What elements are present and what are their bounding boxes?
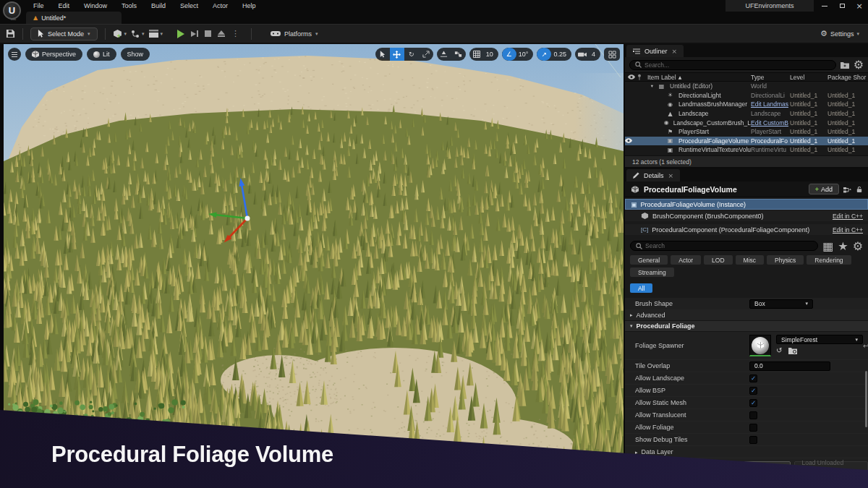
menu-build[interactable]: Build — [144, 2, 173, 9]
filter-chip-actor[interactable]: Actor — [671, 255, 701, 265]
outliner-row-landmassbrushmanager[interactable]: ◉LandmassBrushManagerEdit LandmasUntitle… — [625, 100, 868, 109]
outliner-settings-gear-icon[interactable]: ⚙ — [854, 58, 864, 72]
details-scrollbar[interactable] — [865, 371, 867, 427]
column-item-label[interactable]: Item Label▲ — [647, 74, 751, 81]
eject-button[interactable] — [218, 30, 225, 37]
viewport-scene[interactable] — [4, 44, 624, 488]
outliner-row-landscape[interactable]: ▲LandscapeLandscapeUntitled_1Untitled_1 — [625, 109, 868, 119]
filter-chip-general[interactable]: General — [630, 255, 668, 265]
viewport-menu-button[interactable] — [8, 48, 21, 61]
filter-chip-streaming[interactable]: Streaming — [630, 267, 674, 277]
component-row-brush[interactable]: BrushComponent (BrushComponent0) Edit in… — [625, 210, 868, 221]
tile-overlap-input[interactable]: 0.0 — [749, 361, 830, 371]
visibility-eye-icon[interactable] — [625, 138, 637, 143]
minimize-button[interactable] — [816, 0, 833, 12]
filter-chip-all[interactable]: All — [630, 283, 652, 293]
component-row-procedural[interactable]: [C] ProceduralComponent (ProceduralFolia… — [625, 224, 868, 235]
filter-chip-physics[interactable]: Physics — [767, 255, 804, 265]
category-procedural-foliage[interactable]: ▾Procedural Foliage — [625, 321, 868, 332]
menu-window[interactable]: Window — [77, 2, 114, 9]
rotation-snap-control[interactable]: ∠ 10° — [502, 48, 534, 61]
add-actor-button[interactable]: +▾ — [113, 29, 127, 38]
add-component-button[interactable]: +Add — [809, 184, 839, 194]
allow-bsp-checkbox[interactable]: ✓ — [749, 387, 757, 395]
stop-button[interactable] — [205, 30, 211, 37]
scale-tool-icon[interactable] — [419, 48, 433, 61]
select-mode-dropdown[interactable]: Select Mode ▾ — [30, 27, 98, 40]
camera-speed-control[interactable]: 4 — [575, 48, 600, 61]
blueprints-button[interactable]: ▾ — [131, 30, 145, 38]
close-tab-icon[interactable]: × — [668, 172, 674, 179]
menu-select[interactable]: Select — [173, 2, 205, 9]
menu-file[interactable]: File — [26, 2, 51, 9]
eye-column-icon[interactable] — [625, 74, 637, 81]
allow-landscape-checkbox[interactable]: ✓ — [749, 374, 757, 382]
socket-snap-icon[interactable] — [451, 48, 466, 61]
select-tool-icon[interactable] — [375, 48, 390, 61]
brush-shape-dropdown[interactable]: Box▾ — [749, 299, 813, 309]
allow-static-mesh-checkbox[interactable]: ✓ — [749, 399, 757, 407]
level-tab[interactable]: ▲ Untitled* — [26, 12, 122, 24]
column-package[interactable]: Package Shor — [827, 74, 868, 81]
close-tab-icon[interactable]: × — [672, 48, 678, 55]
outliner-row-landscape-custombrush-l[interactable]: ◉Landscape_CustomBrush_LEdit CustomBUnti… — [625, 118, 868, 127]
outliner-tab[interactable]: Outliner × — [626, 45, 684, 57]
resimulate-button[interactable]: Resimulate — [744, 461, 791, 471]
pin-column-icon[interactable] — [637, 74, 647, 81]
platforms-dropdown[interactable]: Platforms ▾ — [271, 30, 318, 38]
level-viewport[interactable]: Perspective Lit Show ↻ 10 — [4, 44, 624, 488]
save-button[interactable] — [6, 29, 15, 38]
show-debug-tiles-checkbox[interactable] — [749, 436, 757, 444]
use-selected-asset-icon[interactable]: ↺ — [776, 346, 782, 354]
property-data-layer[interactable]: ▸Data Layer — [625, 446, 868, 458]
filter-chip-lod[interactable]: LOD — [704, 255, 732, 265]
outliner-search-input[interactable]: Search... — [629, 60, 836, 70]
show-dropdown[interactable]: Show — [121, 48, 150, 61]
foliage-spawner-dropdown[interactable]: SimpleForest▾ — [776, 335, 863, 344]
convert-blueprint-icon[interactable] — [843, 186, 852, 193]
allow-foliage-checkbox[interactable] — [749, 424, 757, 432]
menu-edit[interactable]: Edit — [51, 2, 77, 9]
surface-snap-icon[interactable] — [437, 48, 451, 61]
display-grid-icon[interactable]: ▦ — [822, 239, 833, 253]
create-folder-icon[interactable] — [841, 61, 849, 69]
filter-chip-rendering[interactable]: Rendering — [807, 255, 851, 265]
component-row-instance[interactable]: ▣ ProceduralFoliageVolume (Instance) — [625, 199, 868, 210]
scale-snap-control[interactable]: ↗ 0.25 — [537, 48, 571, 61]
settings-dropdown[interactable]: ⚙ Settings ▾ — [820, 29, 859, 38]
outliner-row-directionallight[interactable]: ☀DirectionalLightDirectionalLiUntitled_1… — [625, 91, 868, 100]
menu-tools[interactable]: Tools — [114, 2, 144, 9]
play-button[interactable] — [177, 30, 184, 38]
details-search-input[interactable]: Search — [630, 241, 818, 251]
browse-asset-icon[interactable] — [788, 347, 797, 354]
maximize-button[interactable] — [833, 0, 851, 12]
outliner-row-untitled-editor[interactable]: ▾▦Untitled (Editor)World — [625, 82, 868, 91]
play-options-kebab-icon[interactable]: ⋮ — [231, 29, 239, 38]
move-tool-icon[interactable] — [390, 48, 404, 61]
column-level[interactable]: Level — [790, 74, 827, 81]
edit-in-cpp-link[interactable]: Edit in C++ — [833, 213, 863, 220]
cinematics-button[interactable]: ▾ — [149, 30, 163, 38]
outliner-row-playerstart[interactable]: ⚑PlayerStartPlayerStartUntitled_1Untitle… — [625, 127, 868, 137]
rotate-tool-icon[interactable]: ↻ — [404, 48, 419, 61]
skip-button[interactable] — [191, 30, 198, 37]
foliage-spawner-thumbnail[interactable] — [749, 335, 771, 356]
close-button[interactable]: × — [851, 0, 868, 12]
outliner-row-runtimevirtualtexturevolu[interactable]: ▣RuntimeVirtualTextureVoluRuntimeVirtuUn… — [625, 145, 868, 155]
load-unloaded-areas-button[interactable]: Load Unloaded Areas — [794, 461, 868, 471]
lit-dropdown[interactable]: Lit — [87, 48, 116, 61]
favorites-star-icon[interactable]: ★ — [838, 239, 848, 253]
column-type[interactable]: Type — [751, 74, 790, 81]
filter-chip-misc[interactable]: Misc — [736, 255, 764, 265]
menu-help[interactable]: Help — [235, 2, 263, 9]
outliner-row-proceduralfoliagevolume[interactable]: ▣ProceduralFoliageVolumeProceduralFoUnti… — [625, 137, 868, 146]
category-advanced[interactable]: ▸Advanced — [625, 310, 868, 321]
edit-in-cpp-link[interactable]: Edit in C++ — [833, 226, 863, 234]
maximize-viewport-button[interactable] — [604, 48, 620, 61]
perspective-dropdown[interactable]: Perspective — [25, 48, 82, 61]
grid-snap-control[interactable]: 10 — [469, 48, 498, 61]
details-settings-gear-icon[interactable]: ⚙ — [853, 239, 863, 253]
lock-icon[interactable] — [856, 186, 862, 193]
reset-property-icon[interactable]: ↩ — [863, 342, 868, 350]
menu-actor[interactable]: Actor — [205, 2, 235, 9]
